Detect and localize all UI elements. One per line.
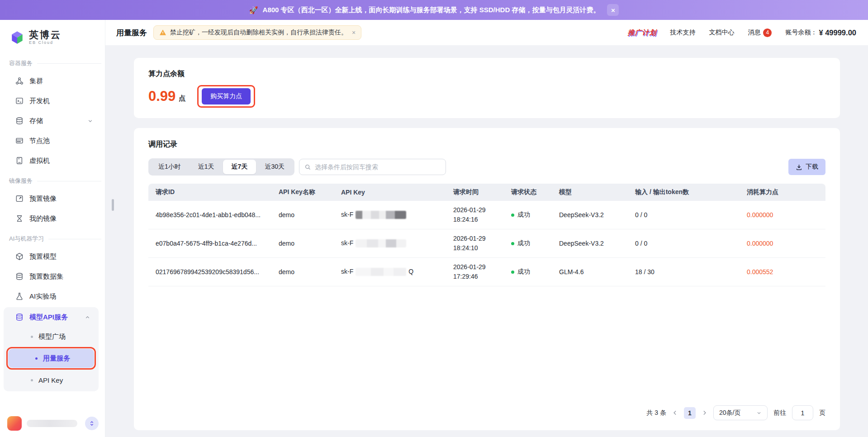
- sidebar-item-label: 模型API服务: [29, 313, 68, 322]
- user-name-redacted: [27, 420, 77, 427]
- cell-api-key-name: demo: [279, 268, 341, 276]
- node-pool-icon: [15, 137, 24, 145]
- sidebar-subitem-label: 用量服务: [43, 354, 70, 363]
- banner-close-button[interactable]: ×: [607, 4, 619, 16]
- tab-last-7-days[interactable]: 近7天: [223, 160, 256, 174]
- sidebar-item-dev-machine[interactable]: 开发机: [0, 91, 101, 111]
- sidebar-item-storage[interactable]: 存储: [0, 111, 101, 131]
- user-box: [7, 416, 99, 431]
- status-dot: [511, 271, 514, 274]
- warning-icon: [159, 29, 166, 36]
- cell-status: 成功: [511, 268, 559, 276]
- cell-tokens: 0 / 0: [635, 211, 747, 218]
- section-label-container-services: 容器服务: [9, 59, 33, 67]
- call-records-table: 请求ID API Key名称 API Key 请求时间 请求状态 模型 输入 /…: [148, 184, 825, 286]
- sidebar-item-label: 预置模型: [29, 252, 57, 261]
- tab-last-1-day[interactable]: 近1天: [190, 160, 223, 174]
- search-input[interactable]: [315, 163, 441, 171]
- brand-name: 英博云: [29, 30, 62, 39]
- tech-support-link[interactable]: 技术支持: [670, 28, 695, 37]
- database-icon: [15, 313, 24, 321]
- cube-icon: [15, 252, 24, 261]
- annotation-box-usage-service: 用量服务: [6, 347, 96, 370]
- status-dot: [511, 214, 514, 217]
- cell-api-key-name: demo: [279, 240, 341, 247]
- sidebar-item-model-api-service[interactable]: 模型API服务: [4, 307, 99, 327]
- compute-points-unit: 点: [179, 94, 185, 103]
- image-icon: [15, 195, 24, 203]
- redacted-api-key: [356, 268, 406, 276]
- sidebar-item-preset-images[interactable]: 预置镜像: [0, 189, 101, 209]
- vm-icon: [15, 157, 24, 165]
- cell-request-id: 4b98e356-2c01-4de1-abb1-edb048...: [156, 211, 279, 218]
- page-number-1[interactable]: 1: [684, 407, 696, 419]
- docs-center-link[interactable]: 文档中心: [709, 28, 734, 37]
- database-icon: [15, 272, 24, 280]
- next-page-button[interactable]: [702, 410, 707, 416]
- sidebar-item-node-pool[interactable]: 节点池: [0, 131, 101, 151]
- cell-model: GLM-4.6: [559, 268, 635, 276]
- sidebar-item-label: 我的镜像: [29, 214, 57, 223]
- download-button[interactable]: 下载: [788, 159, 825, 175]
- col-cost: 消耗算力点: [747, 188, 818, 196]
- compute-points-value: 0.99: [148, 88, 175, 104]
- brand-cube-icon: [10, 30, 24, 45]
- download-label: 下载: [806, 163, 818, 171]
- workspace-switcher-button[interactable]: [85, 417, 99, 430]
- goto-page-input[interactable]: [792, 405, 813, 420]
- main-area: 用量服务 禁止挖矿，一经发现后自动删除相关实例，自行承担法律责任。 × 推广计划…: [105, 20, 868, 437]
- pagination: 共 3 条 1 20条/页 前往: [148, 405, 825, 420]
- cell-cost: 0.000000: [747, 211, 818, 218]
- sidebar-item-cluster[interactable]: 集群: [0, 71, 101, 91]
- sidebar-item-vm[interactable]: 虚拟机: [0, 151, 101, 171]
- sidebar-item-usage-service[interactable]: 用量服务: [8, 349, 94, 368]
- sidebar-group-model-api: 模型API服务 模型广场 用量服务 API: [4, 307, 99, 391]
- cell-api-key-name: demo: [279, 211, 341, 218]
- sidebar-item-preset-models[interactable]: 预置模型: [0, 247, 101, 266]
- col-request-id: 请求ID: [156, 188, 279, 196]
- cell-request-time: 2026-01-2917:29:46: [453, 262, 511, 281]
- time-range-tabs: 近1小时 近1天 近7天 近30天: [148, 158, 294, 176]
- bullet-dot: [31, 336, 33, 338]
- messages-link[interactable]: 消息 4: [748, 28, 772, 37]
- chevron-down-icon: [87, 118, 93, 124]
- page-size-select[interactable]: 20条/页: [713, 405, 768, 420]
- cell-model: DeepSeek-V3.2: [559, 211, 635, 218]
- promo-plan-link[interactable]: 推广计划: [627, 28, 656, 37]
- warning-close-button[interactable]: ×: [352, 29, 356, 36]
- col-tokens: 输入 / 输出token数: [635, 188, 747, 196]
- col-request-status: 请求状态: [511, 188, 559, 196]
- sidebar-item-label: 集群: [29, 77, 43, 86]
- sidebar-item-api-key[interactable]: API Key: [4, 370, 99, 390]
- sidebar-item-ai-lab[interactable]: AI实验场: [0, 286, 101, 306]
- tab-last-1-hour[interactable]: 近1小时: [150, 160, 190, 174]
- avatar[interactable]: [7, 416, 22, 431]
- bullet-dot: [31, 379, 33, 381]
- sidebar-item-preset-datasets[interactable]: 预置数据集: [0, 266, 101, 286]
- prev-page-button[interactable]: [672, 410, 678, 416]
- status-dot: [511, 242, 514, 245]
- section-label-image-services: 镜像服务: [0, 171, 101, 189]
- brand-subtitle: EB Cloud: [29, 41, 62, 45]
- goto-label: 前往: [773, 409, 786, 417]
- topbar: 用量服务 禁止挖矿，一经发现后自动删除相关实例，自行承担法律责任。 × 推广计划…: [105, 20, 868, 45]
- annotation-box-buy-button: 购买算力点: [197, 85, 255, 108]
- col-request-time: 请求时间: [453, 188, 511, 196]
- cell-request-id: e07b0a47-5675-4ff9-b1ca-4e276d...: [156, 240, 279, 247]
- sidebar-item-model-square[interactable]: 模型广场: [4, 327, 99, 346]
- col-api-key-name: API Key名称: [279, 188, 341, 196]
- section-label-text: AI与机器学习: [9, 235, 44, 243]
- sidebar-item-my-images[interactable]: 我的镜像: [0, 209, 101, 228]
- scrollbar-thumb[interactable]: [112, 199, 114, 211]
- call-records-card: 调用记录 近1小时 近1天 近7天 近30天 下载: [134, 128, 840, 430]
- pagination-total: 共 3 条: [646, 409, 666, 417]
- section-divider: [37, 63, 101, 64]
- redacted-api-key: [356, 211, 406, 219]
- search-icon: [304, 164, 311, 171]
- tab-last-30-days[interactable]: 近30天: [256, 160, 293, 174]
- buy-compute-points-button[interactable]: 购买算力点: [202, 88, 251, 104]
- page-size-value: 20条/页: [719, 409, 740, 417]
- database-icon: [15, 117, 24, 125]
- table-row: e07b0a47-5675-4ff9-b1ca-4e276d... demo s…: [148, 229, 825, 258]
- section-divider: [37, 181, 101, 181]
